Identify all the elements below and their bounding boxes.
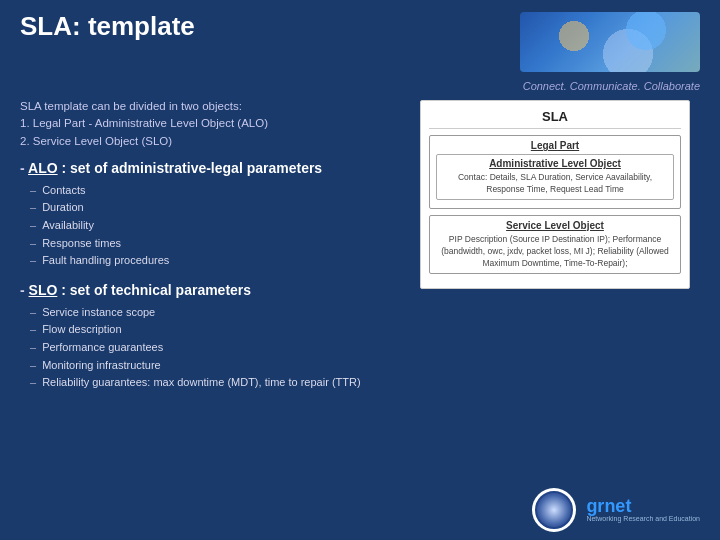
slo-list: Service instance scope Flow description …: [30, 304, 400, 392]
legal-part-label: Legal Part: [436, 140, 674, 151]
slo-label: SLO: [29, 282, 58, 298]
list-item: Contacts: [30, 182, 400, 200]
bottom-bar: grnet Networking Research and Education: [0, 480, 720, 540]
slo-heading-rest: : set of technical parameters: [61, 282, 251, 298]
alo-diagram-body: Contac: Details, SLA Duration, Service A…: [442, 172, 668, 196]
grnet-tagline: Networking Research and Education: [586, 515, 700, 523]
eu-logo: [532, 488, 576, 532]
sla-diagram: SLA Legal Part Administrative Level Obje…: [420, 100, 690, 289]
subtitle-line-3: 2. Service Level Object (SLO): [20, 133, 400, 150]
slo-diagram-title: Service Level Object: [436, 220, 674, 231]
header-image: [520, 12, 700, 72]
slo-section: Service Level Object PIP Description (So…: [429, 215, 681, 275]
list-item: Performance guarantees: [30, 339, 400, 357]
grnet-name: grnet: [586, 497, 631, 515]
subtitle-line-2: 1. Legal Part - Administrative Level Obj…: [20, 115, 400, 132]
grnet-logo: grnet Networking Research and Education: [586, 497, 700, 523]
list-item: Service instance scope: [30, 304, 400, 322]
subtitle-line-1: SLA template can be divided in two objec…: [20, 98, 400, 115]
connect-label: Connect. Communicate. Collaborate: [523, 80, 700, 92]
page-title: SLA: template: [20, 12, 195, 41]
alo-list: Contacts Duration Availability Response …: [30, 182, 400, 270]
subtitle-block: SLA template can be divided in two objec…: [20, 98, 400, 150]
header: SLA: template: [0, 0, 720, 80]
alo-diagram-title: Administrative Level Object: [442, 158, 668, 169]
slo-heading: - SLO : set of technical parameters: [20, 282, 400, 298]
alo-section: Administrative Level Object Contac: Deta…: [436, 154, 674, 200]
legal-part-section: Legal Part Administrative Level Object C…: [429, 135, 681, 209]
list-item: Response times: [30, 235, 400, 253]
list-item: Fault handling procedures: [30, 252, 400, 270]
list-item: Reliability guarantees: max downtime (MD…: [30, 374, 400, 392]
list-item: Availability: [30, 217, 400, 235]
main-content: SLA template can be divided in two objec…: [0, 98, 720, 404]
alo-heading: - ALO : set of administrative-legal para…: [20, 160, 400, 176]
alo-label: ALO: [28, 160, 58, 176]
list-item: Duration: [30, 199, 400, 217]
list-item: Flow description: [30, 321, 400, 339]
alo-heading-rest: : set of administrative-legal parameters: [62, 160, 323, 176]
diagram-title: SLA: [429, 109, 681, 129]
slo-diagram-body: PIP Description (Source IP Destination I…: [436, 234, 674, 270]
left-column: SLA template can be divided in two objec…: [20, 98, 400, 404]
right-column: SLA Legal Part Administrative Level Obje…: [420, 98, 700, 404]
eu-logo-inner: [535, 491, 573, 529]
title-block: SLA: template: [20, 12, 195, 41]
list-item: Monitoring infrastructure: [30, 357, 400, 375]
